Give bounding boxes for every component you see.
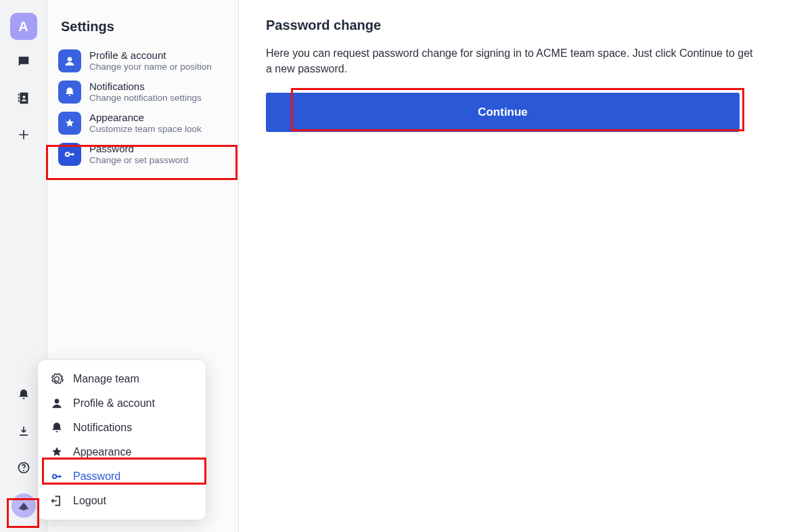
sidebar-item-desc: Change or set password: [89, 155, 188, 165]
svg-point-0: [22, 95, 25, 98]
profile-icon: [50, 397, 64, 410]
menu-logout[interactable]: Logout: [42, 489, 202, 513]
bell-icon: [58, 81, 81, 104]
menu-item-label: Logout: [73, 495, 106, 507]
menu-manage-team[interactable]: Manage team: [42, 367, 202, 391]
sidebar-item-desc: Customize team space look: [89, 124, 202, 134]
page-description: Here you can request password change for…: [266, 45, 753, 76]
sidebar-item-label: Appearance: [89, 112, 202, 123]
main-content: Password change Here you can request pas…: [239, 0, 791, 532]
rail-downloads[interactable]: [9, 418, 38, 447]
sidebar-item-profile[interactable]: Profile & account Change your name or po…: [47, 45, 238, 76]
gear-icon: [50, 372, 64, 386]
key-icon: [50, 470, 64, 483]
continue-button[interactable]: Continue: [266, 93, 740, 132]
sidebar-item-appearance[interactable]: Appearance Customize team space look: [47, 108, 238, 139]
star-icon: [58, 112, 81, 135]
sidebar-item-label: Notifications: [89, 81, 202, 92]
menu-password[interactable]: Password: [42, 464, 202, 489]
user-avatar-icon: [12, 493, 36, 518]
svg-point-5: [55, 399, 60, 403]
logout-icon: [50, 494, 64, 508]
profile-icon: [58, 49, 81, 72]
menu-profile[interactable]: Profile & account: [42, 391, 202, 416]
menu-item-label: Notifications: [73, 422, 132, 434]
workspace-letter: A: [10, 13, 37, 40]
rail-contacts[interactable]: [9, 85, 38, 114]
address-book-icon: [16, 91, 31, 108]
menu-item-label: Manage team: [73, 373, 139, 385]
workspace-avatar[interactable]: A: [9, 12, 38, 41]
bell-icon: [17, 388, 30, 404]
sidebar-item-password[interactable]: Password Change or set password: [47, 139, 238, 170]
sidebar-item-desc: Change your name or position: [89, 62, 212, 72]
chat-icon: [16, 54, 31, 72]
page-title: Password change: [266, 18, 764, 33]
rail-help[interactable]: [9, 455, 38, 483]
rail-add[interactable]: [9, 122, 38, 150]
sidebar-item-label: Password: [89, 143, 188, 154]
sidebar-item-label: Profile & account: [89, 49, 212, 61]
plus-icon: [17, 128, 30, 144]
rail-user-menu-trigger[interactable]: [9, 491, 38, 520]
download-icon: [17, 424, 30, 441]
svg-point-6: [53, 474, 57, 479]
user-menu-popup: Manage team Profile & account Notificati…: [38, 360, 206, 520]
help-icon: [17, 461, 30, 477]
sidebar-item-desc: Change notification settings: [89, 93, 202, 103]
svg-point-2: [23, 470, 24, 471]
menu-notifications[interactable]: Notifications: [42, 416, 202, 440]
key-icon: [58, 143, 81, 166]
menu-item-label: Password: [73, 470, 120, 483]
svg-point-3: [68, 57, 72, 62]
svg-point-4: [66, 152, 70, 156]
rail-chat[interactable]: [9, 49, 38, 77]
star-icon: [50, 445, 64, 459]
bell-icon: [50, 421, 64, 435]
menu-item-label: Appearance: [73, 446, 131, 458]
sidebar-item-notifications[interactable]: Notifications Change notification settin…: [47, 76, 238, 108]
settings-title: Settings: [47, 12, 238, 45]
menu-appearance[interactable]: Appearance: [42, 440, 202, 464]
rail-notifications[interactable]: [9, 382, 38, 410]
menu-item-label: Profile & account: [73, 397, 155, 409]
